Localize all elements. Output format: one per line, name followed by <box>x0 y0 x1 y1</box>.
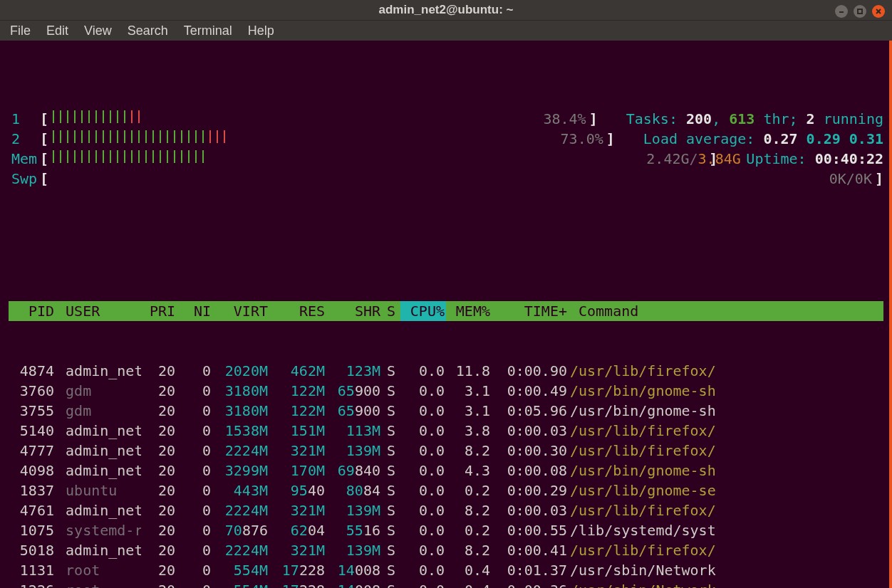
hdr-user[interactable]: USER <box>56 301 141 321</box>
hdr-cpu[interactable]: CPU% <box>400 301 446 321</box>
cpu-meter-2: 2 [73.0%]Load average: 0.27 0.29 0.31 <box>9 129 883 149</box>
process-row[interactable]: 4761 admin_net2002224M321M139MS0.08.20:0… <box>9 500 883 520</box>
process-row[interactable]: 1131 root200554M1722814008S0.00.40:01.37… <box>9 560 883 580</box>
process-row[interactable]: 3760 gdm2003180M122M65900S0.03.10:00.49/… <box>9 381 883 401</box>
maximize-button[interactable] <box>854 5 866 18</box>
process-row[interactable]: 5018 admin_net2002224M321M139MS0.08.20:0… <box>9 540 883 560</box>
process-row[interactable]: 1226 root200554M1722814008S0.00.40:00.36… <box>9 580 883 588</box>
process-row[interactable]: 4098 admin_net2003299M170M69840S0.04.30:… <box>9 461 883 481</box>
hdr-res[interactable]: RES <box>269 301 326 321</box>
process-row[interactable]: 4874 admin_net2002020M462M123MS0.011.80:… <box>9 361 883 381</box>
process-row[interactable]: 3755 gdm2003180M122M65900S0.03.10:05.96/… <box>9 401 883 421</box>
menubar: File Edit View Search Terminal Help <box>0 20 892 41</box>
swp-meter: Swp[0K/0K] <box>9 169 883 189</box>
menu-search[interactable]: Search <box>128 21 168 41</box>
window-title: admin_net2@ubuntu: ~ <box>379 0 514 20</box>
hdr-cmd[interactable]: Command <box>569 301 883 321</box>
mem-meter: Mem[2.42G/3.84G]Uptime: 00:40:22 <box>9 149 883 169</box>
close-button[interactable] <box>872 5 885 18</box>
hdr-virt[interactable]: VIRT <box>212 301 269 321</box>
process-row[interactable]: 1075 systemd-r2007087662045516S0.00.20:0… <box>9 520 883 540</box>
hdr-time[interactable]: TIME+ <box>492 301 569 321</box>
hdr-mem[interactable]: MEM% <box>446 301 492 321</box>
menu-file[interactable]: File <box>10 21 31 41</box>
process-row[interactable]: 4777 admin_net2002224M321M139MS0.08.20:0… <box>9 441 883 461</box>
menu-view[interactable]: View <box>84 21 112 41</box>
cpu-meter-1: 1 [38.4%]Tasks: 200, 613 thr; 2 running <box>9 109 883 129</box>
process-row[interactable]: 1837 ubuntu200443M95408084S0.00.20:00.29… <box>9 481 883 500</box>
process-row[interactable]: 5140 admin_net2001538M151M113MS0.03.80:0… <box>9 421 883 441</box>
svg-rect-1 <box>858 9 862 14</box>
minimize-button[interactable] <box>835 5 848 18</box>
hdr-shr[interactable]: SHR <box>326 301 382 321</box>
hdr-pid[interactable]: PID <box>9 301 56 321</box>
menu-help[interactable]: Help <box>248 21 274 41</box>
menu-edit[interactable]: Edit <box>46 21 68 41</box>
terminal-body[interactable]: 1 [38.4%]Tasks: 200, 613 thr; 2 running2… <box>0 41 892 588</box>
hdr-s[interactable]: S <box>382 301 400 321</box>
process-table: PID USER PRI NI VIRT RES SHR S CPU% MEM%… <box>9 261 883 588</box>
process-header[interactable]: PID USER PRI NI VIRT RES SHR S CPU% MEM%… <box>9 301 883 321</box>
window-titlebar: admin_net2@ubuntu: ~ <box>0 0 892 20</box>
hdr-pri[interactable]: PRI <box>141 301 177 321</box>
menu-terminal[interactable]: Terminal <box>184 21 232 41</box>
hdr-ni[interactable]: NI <box>177 301 212 321</box>
